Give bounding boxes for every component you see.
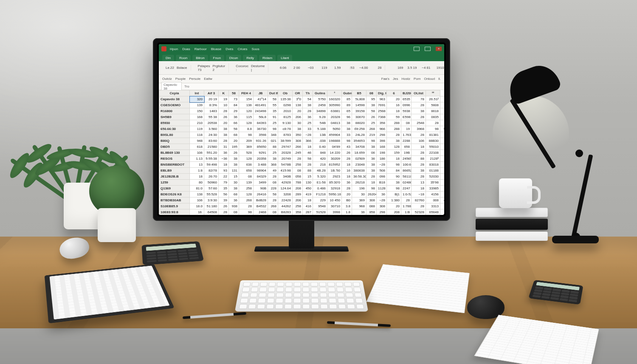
cell[interactable]: 9898 <box>440 120 445 126</box>
cell[interactable]: 38 <box>342 126 352 132</box>
cell[interactable]: 54B <box>313 120 327 126</box>
cell[interactable]: 332 <box>440 203 445 209</box>
cell[interactable]: 20328 <box>327 114 342 120</box>
cell[interactable]: 2458 <box>313 102 327 108</box>
cell[interactable]: 38 <box>387 180 401 186</box>
cell[interactable]: 30 <box>293 120 303 126</box>
cell[interactable]: 160320 <box>327 96 342 102</box>
cell[interactable]: 55:528 <box>204 192 219 198</box>
cell[interactable]: 13B <box>313 132 327 138</box>
cell[interactable]: 366 <box>303 138 313 144</box>
table-row[interactable]: RESOS1.135:55:38−36381282035838207492858… <box>159 156 445 162</box>
cell[interactable]: 195 <box>229 144 239 150</box>
cell[interactable]: 8618 <box>426 108 440 114</box>
cell[interactable]: 1.0.35 <box>440 114 445 120</box>
cell[interactable]: 20749 <box>278 156 293 162</box>
column-header[interactable]: Gulins <box>313 90 327 96</box>
ribbon-tab[interactable]: Bilron <box>192 55 208 61</box>
cell[interactable]: 36 <box>366 156 377 162</box>
cell[interactable]: −36 <box>219 156 229 162</box>
column-header[interactable]: JB <box>254 90 268 96</box>
cell[interactable]: 308 <box>293 138 303 144</box>
cell[interactable]: 18 <box>387 156 401 162</box>
cell[interactable]: 198 <box>377 150 387 156</box>
cell[interactable]: 106 <box>412 138 426 144</box>
cell[interactable]: 28 <box>268 198 278 203</box>
cell[interactable]: 04813 <box>327 120 342 126</box>
maximize-button[interactable] <box>425 47 431 51</box>
cell[interactable]: 25 <box>303 120 313 126</box>
cell[interactable]: 1128 <box>377 186 387 192</box>
cell[interactable]: 78 <box>412 96 426 102</box>
cell[interactable]: 81:0 <box>190 186 204 192</box>
cell[interactable]: 658 <box>239 168 254 174</box>
ribbon-tab[interactable]: Roon <box>176 55 191 61</box>
cell[interactable]: 369 <box>352 198 366 203</box>
cell[interactable]: 18 <box>366 180 377 186</box>
row-header[interactable]: EBLB9 <box>159 168 190 174</box>
cell[interactable]: 287 <box>303 209 313 215</box>
table-row[interactable]: BTBDB30AB1063:9:303936268BdB282822428206… <box>159 198 445 203</box>
row-header[interactable]: BL8B69 130 <box>159 150 190 156</box>
cell[interactable]: 1.B00 <box>440 138 445 144</box>
cell[interactable]: 1196 <box>440 102 445 108</box>
cell[interactable]: 128 <box>239 192 254 198</box>
cell[interactable]: 84 <box>387 168 401 174</box>
cell[interactable]: 1.13 <box>190 156 204 162</box>
column-header[interactable]: ³² <box>426 90 440 96</box>
cell[interactable]: 168 <box>190 114 204 120</box>
cell[interactable]: 16 <box>387 102 401 108</box>
cell[interactable]: 38 <box>219 126 229 132</box>
row-header[interactable]: 650.66:30 <box>159 126 190 132</box>
cell[interactable]: 68 <box>229 192 239 198</box>
column-header[interactable]: Dig. IC <box>377 90 387 96</box>
cell[interactable]: 243498 <box>254 108 268 114</box>
cell[interactable]: 79 <box>219 180 229 186</box>
cell[interactable]: 88B30 <box>426 138 440 144</box>
cell[interactable]: 8936 <box>440 192 445 198</box>
cell[interactable]: 18 <box>387 108 401 114</box>
cell[interactable]: 41º14 <box>254 96 268 102</box>
cell[interactable]: 968 <box>352 203 366 209</box>
cell[interactable]: 91 <box>268 114 278 120</box>
cell[interactable]: 15 <box>303 174 313 180</box>
cell[interactable]: 18 <box>303 198 313 203</box>
cell[interactable]: 209 <box>239 138 254 144</box>
cell[interactable]: 36 <box>342 180 352 186</box>
cell[interactable]: 83018 <box>426 162 440 168</box>
cell[interactable]: 08 <box>268 209 278 215</box>
ribbon-subtab[interactable]: Eatlw <box>204 77 212 81</box>
cell[interactable]: 20 <box>387 203 401 209</box>
ribbon-subtab[interactable]: Jes <box>393 77 398 81</box>
cell[interactable]: 29747 <box>278 144 293 150</box>
cell[interactable]: 350 <box>293 132 303 138</box>
cell[interactable]: 85:30'0 <box>327 180 342 186</box>
cell[interactable]: 551.20 <box>204 150 219 156</box>
row-header[interactable]: BNSBERBDOT <box>159 162 190 168</box>
cell[interactable]: 18. <box>190 209 204 215</box>
table-row[interactable]: S10EB85.918.051:1802693828B4532268442622… <box>159 203 445 209</box>
cell[interactable]: 26 <box>342 150 352 156</box>
cell[interactable]: 289 <box>293 192 303 198</box>
cell[interactable]: 15 <box>229 174 239 180</box>
cell[interactable]: 08 <box>401 120 412 126</box>
cell[interactable]: 20 <box>229 138 239 144</box>
ribbon-subtab[interactable]: Onloud <box>424 77 435 81</box>
cell[interactable]: 0996 <box>401 102 412 108</box>
cell[interactable]: 30670 <box>352 114 366 120</box>
cell[interactable]: 258 <box>293 162 303 168</box>
cell[interactable]: 1:380 <box>387 198 401 203</box>
cell[interactable]: 65648 <box>426 209 440 215</box>
cell[interactable]: 98 <box>426 126 440 132</box>
cell[interactable]: 28 <box>412 150 426 156</box>
cell[interactable]: 59:498 <box>204 162 219 168</box>
ribbon-subtab[interactable]: Persole <box>189 77 200 81</box>
cell[interactable]: 28 <box>412 132 426 138</box>
cell[interactable]: 88 <box>412 156 426 162</box>
cell[interactable]: 55 38 <box>204 114 219 120</box>
cell[interactable]: 25 <box>366 120 377 126</box>
cell[interactable]: 28 <box>426 120 440 126</box>
cell[interactable]: 938 <box>440 156 445 162</box>
cell[interactable]: 1B.'50 <box>327 168 342 174</box>
cell[interactable]: 266 <box>293 144 303 150</box>
